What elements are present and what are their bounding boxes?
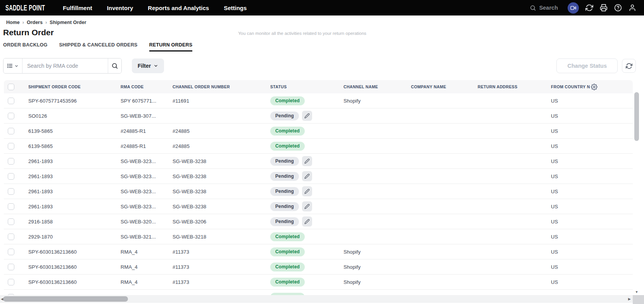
scroll-down-arrow[interactable]: ▾ (634, 290, 639, 294)
row-checkbox[interactable] (8, 113, 14, 119)
from-country: US (551, 158, 591, 164)
main-nav: Fulfillment Inventory Reports and Analyt… (63, 5, 247, 11)
row-checkbox[interactable] (8, 188, 14, 195)
help-button[interactable] (614, 4, 622, 12)
row-checkbox[interactable] (8, 173, 14, 180)
column-settings-cell (591, 84, 633, 90)
channel-order-number: SG-WEB-3238 (173, 158, 270, 164)
status-cell: Completed (270, 127, 344, 136)
table-row: 6139-5865#24885-R1#24885CompletedUS (4, 124, 633, 139)
vertical-scrollbar: ▾ (634, 87, 639, 294)
shipment-order-code: SPY-6030136213660 (28, 264, 121, 270)
select-all-checkbox[interactable] (8, 84, 14, 90)
nav-item-inventory[interactable]: Inventory (107, 5, 133, 11)
breadcrumb-orders[interactable]: Orders (27, 20, 43, 25)
edit-status-button[interactable] (302, 201, 312, 211)
column-channel-order-number[interactable]: CHANNEL ORDER NUMBER (173, 84, 270, 89)
search-submit-button[interactable] (108, 58, 121, 73)
global-search[interactable]: Search (530, 5, 558, 11)
list-icon (7, 63, 13, 69)
channel-order-number: SG-WEB-3218 (173, 234, 270, 240)
row-select-cell (4, 203, 28, 210)
row-checkbox[interactable] (8, 158, 14, 165)
edit-status-button[interactable] (302, 156, 312, 166)
rma-search-group (3, 58, 122, 74)
change-status-button[interactable]: Change Status (556, 58, 618, 73)
print-button[interactable] (600, 4, 608, 12)
rma-code: RMA_4 (121, 279, 173, 285)
row-checkbox[interactable] (8, 143, 14, 149)
table-row: 2916-1858SG-WEB-320...SG-WEB-3206Pending… (4, 214, 633, 229)
shipment-order-code: SPY-6030136213660 (28, 279, 121, 285)
channel-order-number: #11691 (173, 98, 270, 104)
column-return-address[interactable]: RETURN ADDRESS (478, 84, 551, 89)
filter-button[interactable]: Filter (132, 58, 164, 73)
status-badge: Completed (270, 127, 305, 136)
nav-item-settings[interactable]: Settings (224, 5, 247, 11)
row-select-cell (4, 188, 28, 195)
status-badge: Pending (270, 172, 299, 181)
edit-status-button[interactable] (302, 186, 312, 196)
brand-logo[interactable]: SADDLE POINT (5, 3, 57, 12)
scroll-right-arrow[interactable]: ▶ (628, 297, 631, 301)
video-camera-button[interactable] (568, 2, 579, 14)
status-cell: Pending (270, 201, 344, 211)
edit-status-button[interactable] (302, 111, 312, 121)
horizontal-scrollbar-thumb[interactable] (3, 296, 128, 302)
status-badge: Pending (270, 157, 299, 166)
column-channel-name[interactable]: CHANNEL NAME (344, 84, 411, 89)
status-cell: Completed (270, 96, 344, 105)
status-badge: Completed (270, 96, 305, 105)
page-subtitle: You can monitor all the activities relat… (3, 31, 601, 36)
status-cell: Completed (270, 263, 344, 271)
select-all-cell (4, 84, 28, 90)
breadcrumb: Home › Orders › Shipment Order (0, 15, 644, 25)
rma-search-input[interactable] (22, 58, 108, 73)
row-checkbox[interactable] (8, 218, 14, 225)
rma-code: RMA_4 (121, 264, 173, 270)
row-checkbox[interactable] (8, 234, 14, 240)
edit-status-button[interactable] (302, 171, 312, 181)
nav-item-reports-analytics[interactable]: Reports and Analytics (148, 5, 209, 11)
status-cell: Completed (270, 247, 344, 256)
row-checkbox[interactable] (8, 249, 14, 255)
status-cell: Completed (270, 278, 344, 287)
row-checkbox[interactable] (8, 203, 14, 210)
row-checkbox[interactable] (8, 279, 14, 285)
refresh-button[interactable] (585, 4, 593, 12)
shipment-order-code: SPY-6030136213660 (28, 249, 121, 255)
nav-item-fulfillment[interactable]: Fulfillment (63, 5, 92, 11)
table-row: 6139-5865#24885-R1#24885CompletedUS (4, 139, 633, 154)
user-profile-button[interactable] (628, 4, 636, 12)
vertical-scrollbar-thumb[interactable] (634, 92, 639, 141)
tab-shipped-canceled-orders[interactable]: SHIPPED & CANCELED ORDERS (59, 41, 137, 52)
status-cell: Pending (270, 171, 344, 181)
video-camera-icon (570, 5, 576, 11)
edit-status-button[interactable] (302, 216, 312, 227)
column-settings-button[interactable] (591, 84, 597, 90)
tab-return-orders[interactable]: RETURN ORDERS (149, 41, 193, 52)
rma-code: RMA_4 (121, 249, 173, 255)
status-cell: Pending (270, 186, 344, 196)
row-checkbox[interactable] (8, 264, 14, 270)
row-checkbox[interactable] (8, 98, 14, 104)
table-refresh-button[interactable] (622, 59, 636, 73)
table-body: SPY-6075771453596SPY 6075771...#11691Com… (4, 93, 633, 304)
table-row: SO0126SG-WEB-307...Pending US (4, 108, 633, 124)
column-shipment-order-code[interactable]: SHIPMENT ORDER CODE (28, 84, 121, 89)
column-status[interactable]: STATUS (270, 84, 344, 89)
view-options-dropdown[interactable] (3, 58, 22, 73)
column-from-country[interactable]: FROM COUNTRY N (551, 84, 591, 89)
row-select-cell (4, 249, 28, 255)
tab-order-backlog[interactable]: ORDER BACKLOG (3, 41, 47, 52)
row-checkbox[interactable] (8, 128, 14, 134)
status-cell: Completed (270, 232, 344, 241)
order-tabs: ORDER BACKLOG SHIPPED & CANCELED ORDERS … (3, 41, 644, 52)
column-company-name[interactable]: COMPANY NAME (411, 84, 478, 89)
row-select-cell (4, 173, 28, 180)
column-rma-code[interactable]: RMA CODE (121, 84, 173, 89)
breadcrumb-home[interactable]: Home (6, 20, 20, 25)
return-order-page: { "brand": "SADDLE POINT", "topnav": { "… (0, 0, 644, 304)
breadcrumb-shipment-order[interactable]: Shipment Order (50, 20, 86, 25)
horizontal-scrollbar: ◀ ▶ (0, 295, 633, 303)
